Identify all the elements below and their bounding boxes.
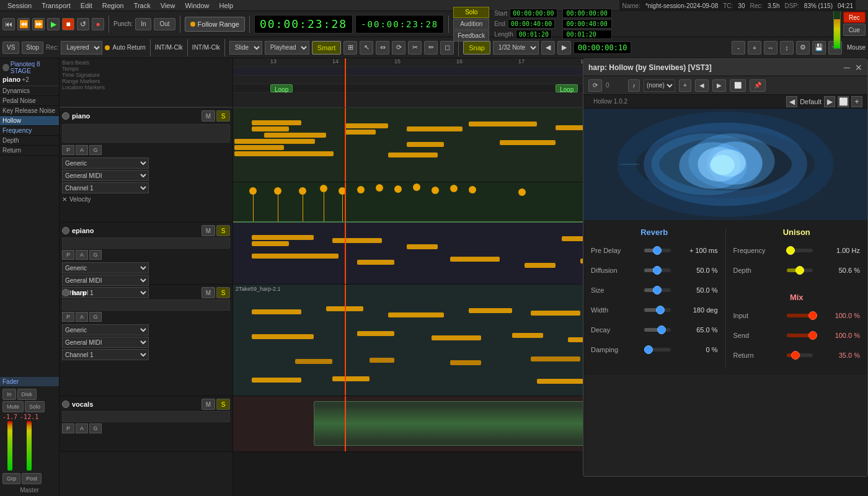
smart-button[interactable]: Smart: [312, 41, 341, 55]
piano-solo-btn[interactable]: S: [216, 110, 230, 122]
return-slider[interactable]: [787, 353, 813, 357]
plugin-add-btn[interactable]: +: [679, 79, 691, 92]
epiano-generic-select[interactable]: Generic: [62, 262, 149, 273]
harp-midi-select[interactable]: General MIDI: [62, 337, 149, 348]
plugin-pin-btn[interactable]: 📌: [750, 79, 766, 92]
piano-g-btn[interactable]: G: [89, 145, 102, 155]
piano-midi-select[interactable]: General MIDI: [62, 170, 149, 181]
loop-icon[interactable]: ↺: [77, 18, 89, 30]
cut-icon[interactable]: ✂: [408, 41, 422, 55]
rec-button[interactable]: Rec: [843, 12, 866, 23]
piano-channel-select[interactable]: Channel 1: [62, 182, 149, 193]
menu-transport[interactable]: Transport: [37, 2, 76, 9]
menu-session[interactable]: Session: [2, 2, 37, 9]
epiano-a-btn[interactable]: A: [76, 250, 88, 260]
send-slider[interactable]: [787, 334, 813, 337]
playhead-select[interactable]: Playhead: [265, 41, 309, 55]
plugin-prev-btn[interactable]: ◀: [695, 79, 709, 92]
loop-tool-icon[interactable]: ⟳: [392, 41, 405, 55]
epiano-solo-btn[interactable]: S: [216, 225, 230, 236]
nav-frequency[interactable]: Frequency: [0, 126, 59, 136]
piano-mute-btn[interactable]: M: [202, 110, 215, 122]
slide-select[interactable]: Slide: [229, 41, 262, 55]
size-slider[interactable]: [644, 288, 671, 292]
solo-button-left[interactable]: Solo: [25, 401, 45, 412]
epiano-midi-select[interactable]: General MIDI: [62, 275, 149, 286]
zoom-in-icon[interactable]: +: [748, 41, 761, 55]
forward-icon[interactable]: ⏩: [32, 18, 45, 30]
vocals-a-btn[interactable]: A: [76, 423, 88, 433]
nav-key-release[interactable]: Key Release Noise: [0, 106, 59, 116]
preset-expand-btn[interactable]: ⬜: [838, 96, 849, 107]
epiano-p-btn[interactable]: P: [62, 250, 74, 260]
menu-help[interactable]: Help: [215, 2, 239, 9]
solo-button[interactable]: Solo: [453, 7, 489, 18]
nav-hollow[interactable]: Hollow: [0, 116, 59, 126]
harp-g-btn[interactable]: G: [89, 312, 102, 322]
plugin-close-btn[interactable]: ✕: [855, 63, 862, 73]
pre-delay-slider[interactable]: [644, 249, 671, 252]
epiano-g-btn[interactable]: G: [89, 250, 102, 260]
plugin-none-select[interactable]: (none): [644, 79, 675, 92]
disk-button[interactable]: Disk: [17, 389, 37, 400]
play-icon[interactable]: ▶: [47, 18, 60, 30]
preset-prev-btn[interactable]: ◀: [786, 96, 797, 107]
harp-arm-circle[interactable]: [62, 289, 69, 296]
rewind-icon[interactable]: ⏮: [2, 18, 15, 30]
follow-range-button[interactable]: Follow Range: [185, 17, 245, 32]
plugin-next-btn[interactable]: ▶: [712, 79, 726, 92]
harp-channel-select[interactable]: Channel 1: [62, 349, 149, 360]
vfit-icon[interactable]: ↕: [780, 41, 794, 55]
time-display-positive[interactable]: 00:00:23:28: [254, 15, 353, 33]
vocals-solo-btn[interactable]: S: [216, 399, 230, 410]
grp-button[interactable]: Grp: [2, 473, 20, 484]
piano-a-btn[interactable]: A: [76, 145, 88, 155]
grid-icon[interactable]: ⊞: [343, 41, 357, 55]
harp-mute-btn[interactable]: M: [202, 287, 215, 298]
erase-icon[interactable]: ◻: [440, 41, 454, 55]
input-slider[interactable]: [787, 314, 813, 317]
note-select[interactable]: 1/32 Note: [493, 41, 539, 55]
prev-icon[interactable]: ◀: [541, 41, 555, 55]
piano-generic-select[interactable]: Generic: [62, 157, 149, 169]
stop-button[interactable]: Stop: [22, 42, 43, 54]
menu-window[interactable]: Window: [180, 2, 214, 9]
depth-slider[interactable]: [787, 268, 813, 272]
audition-button[interactable]: Audition: [453, 19, 489, 30]
piano-arm-circle[interactable]: [62, 112, 69, 120]
back-icon[interactable]: ⏪: [17, 18, 30, 30]
stop-icon[interactable]: ■: [62, 18, 74, 30]
menu-region[interactable]: Region: [97, 2, 129, 9]
preset-next-btn[interactable]: ▶: [824, 96, 835, 107]
plugin-midi-icon[interactable]: ♪: [628, 79, 640, 92]
nav-depth[interactable]: Depth: [0, 136, 59, 146]
nav-dynamics[interactable]: Dynamics: [0, 86, 59, 96]
save-icon[interactable]: 💾: [812, 41, 826, 55]
range-icon[interactable]: ⇔: [376, 41, 389, 55]
harp-p-btn[interactable]: P: [62, 312, 74, 322]
fit-icon[interactable]: ↔: [764, 41, 777, 55]
vocals-g-btn[interactable]: G: [89, 423, 102, 433]
harp-a-btn[interactable]: A: [76, 312, 88, 322]
cue-button[interactable]: Cue: [843, 24, 866, 36]
vocals-arm-circle[interactable]: [62, 401, 69, 408]
mute-button[interactable]: Mute: [2, 401, 24, 412]
post-button[interactable]: Post: [22, 473, 42, 484]
velocity-close-btn[interactable]: ✕: [62, 196, 67, 203]
epiano-mute-btn[interactable]: M: [202, 225, 215, 236]
diffusion-slider[interactable]: [644, 268, 671, 272]
decay-slider[interactable]: [644, 328, 671, 332]
punch-out-button[interactable]: Out: [154, 18, 175, 30]
preset-save-btn[interactable]: +: [851, 96, 862, 107]
vs-button[interactable]: VS: [2, 42, 19, 54]
menu-view[interactable]: View: [156, 2, 180, 9]
settings-icon[interactable]: ⚙: [796, 41, 810, 55]
cursor-icon[interactable]: ↖: [360, 41, 373, 55]
nav-pedal-noise[interactable]: Pedal Noise: [0, 96, 59, 106]
next-icon[interactable]: ▶: [557, 41, 571, 55]
piano-p-btn[interactable]: P: [62, 145, 74, 155]
plugin-minimize-btn[interactable]: ─: [844, 63, 850, 73]
epiano-arm-circle[interactable]: [62, 227, 69, 234]
menu-track[interactable]: Track: [129, 2, 156, 9]
in-button[interactable]: In: [2, 389, 16, 400]
